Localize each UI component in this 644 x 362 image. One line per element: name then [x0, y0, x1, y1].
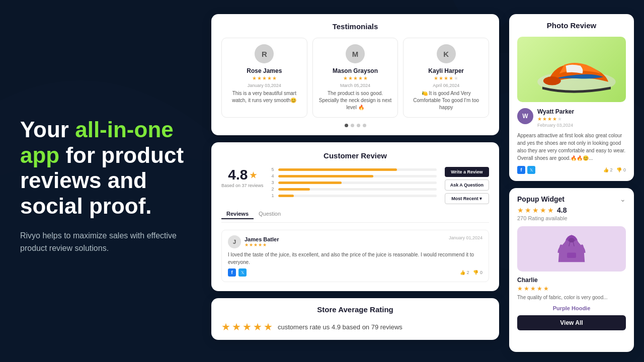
customer-review-title: Customer Review	[221, 151, 489, 160]
review-bottom-row: f 𝕏 👍 2 👎 0	[517, 166, 626, 174]
hero-title: Your all-in-one app for product reviews …	[20, 117, 201, 219]
star-icon: ★	[263, 242, 267, 247]
bar-track	[278, 182, 437, 184]
dot[interactable]	[351, 124, 354, 127]
review-text: I loved the taste of the juice, its exce…	[228, 251, 482, 266]
store-rating-title: Store Average Rating	[221, 305, 489, 314]
review-text: Appears attractive at first look also gr…	[517, 132, 626, 162]
star-icon: ★	[434, 75, 438, 81]
review-top: 4.8 ★ Based on 37 reviews 5 4	[221, 167, 489, 204]
popup-widget-card: Popup Widget ⌄ ★ ★ ★ ★ ★ 4.8 270 Rating …	[509, 188, 634, 352]
bar-row: 3	[272, 180, 437, 185]
reviewer-info: J James Batler ★ ★ ★ ★ ★	[228, 235, 279, 248]
popup-stars: ★ ★ ★ ★ ★	[517, 206, 554, 214]
list-item: M Mason Grayson ★ ★ ★ ★ ★ March 05,2024 …	[312, 38, 398, 118]
facebook-icon[interactable]: f	[517, 166, 525, 174]
write-review-button[interactable]: Write a Review	[445, 167, 489, 177]
review-text: The product is soo good. Specially the n…	[318, 90, 393, 111]
popup-rating-number: 4.8	[557, 206, 567, 214]
bar-track	[278, 175, 437, 177]
star-icon: ★	[267, 75, 272, 81]
star-icon: ★	[348, 75, 353, 81]
dot[interactable]	[345, 124, 348, 127]
bar-fill	[278, 195, 294, 197]
stars-row: ★ ★ ★ ★ ★	[245, 242, 279, 247]
like-dislike: 👍 2 👎 0	[460, 270, 482, 275]
chevron-down-icon[interactable]: ⌄	[620, 195, 626, 203]
star-icon: ★	[525, 206, 531, 214]
popup-title: Popup Widget	[517, 195, 565, 203]
review-date: February 03,2024	[537, 123, 626, 128]
bar-track	[278, 188, 437, 191]
view-all-button[interactable]: View All	[517, 315, 626, 330]
tab-row: Reviews Question	[221, 209, 489, 223]
bar-fill	[278, 188, 310, 191]
bar-fill	[278, 175, 373, 177]
social-icons: f 𝕏	[228, 268, 247, 277]
star-icon: ★	[221, 321, 230, 333]
review-date: January 01,2024	[449, 235, 482, 240]
stars-row: ★ ★ ★ ★ ★	[409, 75, 484, 81]
like-count: 👍 2	[603, 167, 613, 172]
star-icon: ★	[444, 75, 448, 81]
tab-reviews[interactable]: Reviews	[221, 209, 254, 219]
star-icon: ★	[264, 321, 273, 333]
star-icon: ★	[262, 75, 267, 81]
like-dislike: 👍 2 👎 0	[603, 167, 626, 172]
reviewer-name: James Batler	[245, 236, 279, 242]
ask-question-button[interactable]: Ask A Question	[445, 179, 489, 191]
popup-count: 270 Rating available	[517, 215, 626, 221]
social-icons: f 𝕏	[517, 166, 535, 174]
review-buttons: Write a Review Ask A Question Most Recen…	[445, 167, 489, 204]
avatar: K	[437, 44, 456, 63]
review-date: April 06,2024	[409, 83, 484, 88]
rating-number: 4.8	[228, 167, 248, 183]
stars-row: ★ ★ ★ ★ ★	[537, 116, 626, 122]
star-icon: ★	[547, 116, 552, 122]
review-header: J James Batler ★ ★ ★ ★ ★	[228, 235, 482, 248]
carousel-dots	[221, 124, 489, 127]
star-icon: ★	[258, 242, 262, 247]
review-card-inner: 4.8 ★ Based on 37 reviews 5 4	[221, 167, 489, 282]
store-rating-card: Store Average Rating ★ ★ ★ ★ ★ customers…	[211, 298, 499, 340]
tab-question[interactable]: Question	[254, 209, 286, 219]
svg-point-2	[543, 76, 561, 85]
popup-rating-row: ★ ★ ★ ★ ★ 4.8	[517, 206, 626, 214]
most-recent-button[interactable]: Most Recent ▾	[445, 193, 489, 204]
avatar: J	[228, 235, 241, 248]
bar-track	[278, 168, 437, 171]
review-social: f 𝕏 👍 2 👎 0	[228, 268, 482, 277]
facebook-icon[interactable]: f	[228, 268, 236, 277]
twitter-icon[interactable]: 𝕏	[527, 166, 535, 174]
bar-label: 1	[272, 193, 276, 198]
dot[interactable]	[357, 124, 360, 127]
reviewer-details: James Batler ★ ★ ★ ★ ★	[245, 236, 279, 247]
avatar: W	[517, 108, 533, 124]
photo-review-card: Photo Review	[509, 14, 634, 181]
stars-row: ★ ★ ★ ★ ★	[227, 75, 302, 81]
popup-product-link[interactable]: Purple Hoodie	[517, 305, 626, 311]
svg-point-3	[569, 238, 575, 242]
star-icon: ★	[245, 242, 249, 247]
dot[interactable]	[363, 124, 366, 127]
rating-big: 4.8 ★	[228, 167, 257, 183]
bar-label: 2	[272, 187, 276, 192]
testimonials-card: Testimonials R Rose James ★ ★ ★ ★ ★ Janu…	[211, 14, 499, 135]
dislike-count: 👎 0	[473, 270, 482, 275]
twitter-icon[interactable]: 𝕏	[238, 268, 247, 277]
svg-rect-4	[567, 253, 576, 258]
star-icon: ★	[517, 285, 523, 292]
star-icon: ★	[363, 75, 368, 81]
review-date: January 03,2024	[227, 83, 302, 88]
bar-row: 2	[272, 187, 437, 192]
avatar: R	[255, 44, 274, 63]
rating-bars: 5 4 3 2	[272, 167, 437, 200]
hoodie-image	[556, 231, 587, 266]
star-icon: ★	[542, 116, 547, 122]
center-column: Testimonials R Rose James ★ ★ ★ ★ ★ Janu…	[211, 10, 499, 352]
reviewer-name: Mason Grayson	[318, 67, 393, 74]
review-date: March 05,2024	[318, 83, 393, 88]
star-icon: ★	[537, 285, 542, 292]
star-icon: ★	[537, 116, 542, 122]
hero-section: Your all-in-one app for product reviews …	[20, 10, 201, 352]
